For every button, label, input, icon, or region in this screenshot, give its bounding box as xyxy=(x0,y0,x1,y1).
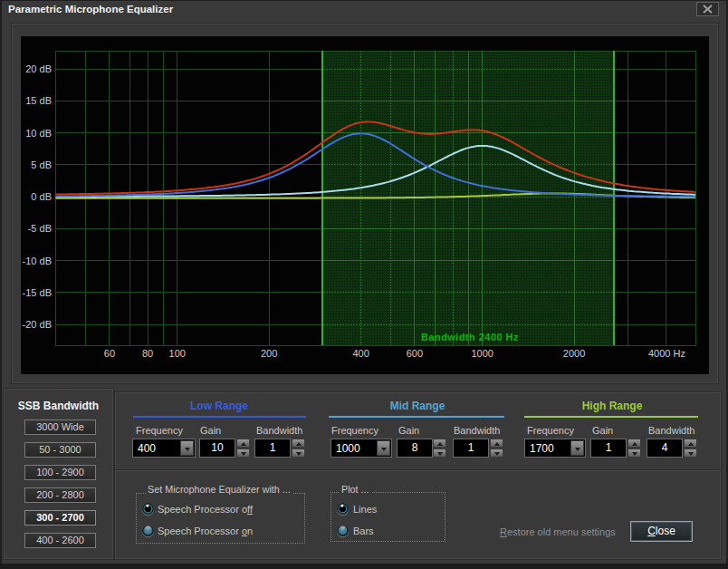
svg-text:5 dB: 5 dB xyxy=(31,159,52,170)
svg-text:20 dB: 20 dB xyxy=(25,63,52,74)
svg-text:80: 80 xyxy=(142,348,153,359)
svg-text:-15 dB: -15 dB xyxy=(23,287,52,298)
svg-text:4000 Hz: 4000 Hz xyxy=(648,348,685,359)
svg-text:Bandwidth 2400 Hz: Bandwidth 2400 Hz xyxy=(421,332,519,342)
svg-text:2000: 2000 xyxy=(563,348,585,359)
svg-text:1000: 1000 xyxy=(471,348,493,359)
svg-text:200: 200 xyxy=(261,348,277,359)
svg-text:600: 600 xyxy=(407,348,423,359)
svg-text:15 dB: 15 dB xyxy=(25,95,52,106)
svg-text:-5 dB: -5 dB xyxy=(28,223,52,234)
svg-text:-20 dB: -20 dB xyxy=(23,319,52,330)
svg-text:0 dB: 0 dB xyxy=(31,191,52,202)
svg-text:60: 60 xyxy=(104,348,115,359)
svg-text:10 dB: 10 dB xyxy=(25,128,52,139)
svg-text:-10 dB: -10 dB xyxy=(23,256,52,266)
svg-text:400: 400 xyxy=(352,348,369,359)
svg-text:100: 100 xyxy=(169,348,186,359)
